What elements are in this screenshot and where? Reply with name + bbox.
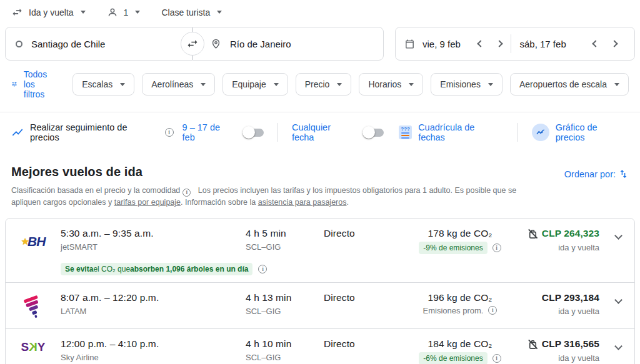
filter-pill-connecting-airports[interactable]: Aeropuertos de escala bbox=[510, 73, 629, 96]
expand-cell bbox=[602, 228, 634, 254]
price-tracking-toggle[interactable] bbox=[244, 129, 264, 137]
price-tracking-label: Realizar seguimiento de precios bbox=[30, 122, 159, 142]
stops-cell: Directo bbox=[324, 292, 394, 320]
flight-stops: Directo bbox=[324, 228, 394, 239]
depart-next-day-button[interactable] bbox=[496, 40, 502, 47]
destination-input[interactable]: Río de Janeiro bbox=[192, 27, 384, 61]
flight-route: SCL–GIG bbox=[246, 353, 324, 362]
caret-down-icon bbox=[337, 83, 342, 86]
filter-pill-stops[interactable]: Escalas bbox=[72, 73, 134, 96]
airline-logo: SKY bbox=[6, 338, 61, 364]
caret-down-icon bbox=[614, 83, 619, 86]
person-icon bbox=[107, 7, 118, 18]
latam-logo-icon bbox=[22, 294, 44, 320]
fare-note: ida y vuelta bbox=[558, 353, 599, 363]
origin-value: Santiago de Chile bbox=[31, 39, 105, 49]
depart-prev-day-button[interactable] bbox=[477, 40, 484, 47]
tracking-date-range: 9 – 17 de feb bbox=[182, 122, 235, 142]
origin-input[interactable]: Santiago de Chile bbox=[5, 27, 192, 61]
depart-date-value: vie, 9 feb bbox=[422, 39, 461, 49]
baggage-fees-link[interactable]: tarifas por equipaje bbox=[114, 198, 181, 207]
price-graph-button[interactable]: Gráfico de precios bbox=[532, 122, 629, 142]
vertical-divider bbox=[278, 123, 278, 142]
depart-date-section[interactable]: vie, 9 feb bbox=[404, 39, 511, 49]
flight-duration: 4 h 13 min bbox=[246, 292, 324, 303]
airline-name: Sky Airline bbox=[61, 353, 246, 362]
info-icon[interactable]: i bbox=[492, 354, 501, 363]
no-baggage-icon bbox=[527, 338, 539, 350]
all-filters-label: Todos los filtros bbox=[24, 69, 56, 99]
trip-type-label: Ida y vuelta bbox=[29, 7, 74, 17]
caret-down-icon bbox=[120, 83, 125, 86]
info-icon[interactable]: i bbox=[488, 306, 497, 315]
filter-pill-times[interactable]: Horarios bbox=[359, 73, 423, 96]
info-icon[interactable]: i bbox=[492, 243, 501, 252]
info-icon[interactable]: i bbox=[165, 128, 174, 137]
price-tracking-group: Realizar seguimiento de precios i 9 – 17… bbox=[11, 122, 264, 142]
search-row: Santiago de Chile Río de Janeiro vie, 9 … bbox=[0, 22, 640, 61]
results-header: Mejores vuelos de ida Clasificación basa… bbox=[0, 152, 640, 217]
stops-cell: Directo bbox=[324, 338, 394, 364]
flight-times: 12:00 p.m. – 4:10 p.m. bbox=[61, 338, 246, 350]
chevron-down-icon[interactable] bbox=[614, 232, 622, 240]
passenger-count: 1 bbox=[124, 7, 129, 17]
co2-value: 196 kg de CO₂ bbox=[428, 292, 492, 303]
flight-price: CLP 293,184 bbox=[542, 292, 599, 303]
emissions-note: Emisiones prom. bbox=[423, 306, 484, 315]
chevron-down-icon[interactable] bbox=[614, 342, 622, 350]
passengers-dropdown[interactable]: 1 bbox=[107, 7, 141, 18]
airline-name: jetSMART bbox=[61, 242, 246, 252]
any-date-toggle[interactable] bbox=[364, 129, 384, 137]
emissions-badge: -9% de emisiones bbox=[419, 242, 487, 254]
filter-pill-airlines[interactable]: Aerolíneas bbox=[142, 73, 215, 96]
sort-by-button[interactable]: Ordenar por: bbox=[564, 169, 629, 179]
filter-pill-emissions[interactable]: Emisiones bbox=[431, 73, 502, 96]
filter-pill-baggage[interactable]: Equipaje bbox=[222, 73, 288, 96]
all-filters-button[interactable]: Todos los filtros bbox=[11, 69, 56, 99]
date-range-field: vie, 9 feb sáb, 17 feb bbox=[395, 27, 635, 61]
emissions-cell: 178 kg de CO₂ -9% de emisiones i bbox=[394, 228, 526, 254]
filter-pill-price[interactable]: Precio bbox=[296, 73, 352, 96]
cabin-class-label: Clase turista bbox=[161, 7, 210, 17]
co2-value: 184 kg de CO₂ bbox=[428, 338, 492, 350]
origin-circle-icon bbox=[16, 41, 22, 47]
eco-savings-badge: Se evita el CO₂ que absorben 1,096 árbol… bbox=[61, 263, 252, 275]
trip-type-dropdown[interactable]: Ida y vuelta bbox=[11, 6, 86, 18]
sort-arrows-icon bbox=[618, 169, 629, 179]
flight-route: SCL–GIG bbox=[246, 307, 324, 316]
filter-row: Todos los filtros Escalas Aerolíneas Equ… bbox=[0, 61, 640, 99]
passenger-assistance-link[interactable]: asistencia para pasajeros bbox=[258, 198, 347, 207]
tune-icon bbox=[11, 79, 18, 90]
return-date-section[interactable]: sáb, 17 feb bbox=[511, 39, 626, 49]
any-date-group: Cualquier fecha bbox=[292, 122, 384, 142]
cabin-class-dropdown[interactable]: Clase turista bbox=[161, 7, 222, 17]
flight-times: 8:07 a.m. – 12:20 p.m. bbox=[61, 292, 246, 303]
flight-row-latam[interactable]: 8:07 a.m. – 12:20 p.m. LATAM 4 h 13 min … bbox=[6, 282, 634, 328]
price-cell: CLP 293,184 ida y vuelta bbox=[526, 292, 602, 320]
caret-down-icon bbox=[201, 83, 206, 86]
emissions-cell: 196 kg de CO₂ Emisiones prom. i bbox=[394, 292, 526, 320]
price-graph-label: Gráfico de precios bbox=[556, 122, 629, 142]
trend-chart-icon bbox=[11, 126, 24, 139]
any-date-label: Cualquier fecha bbox=[292, 122, 355, 142]
flight-row-sky[interactable]: SKY 12:00 p.m. – 4:10 p.m. Sky Airline 4… bbox=[6, 328, 634, 364]
expand-cell bbox=[602, 338, 634, 364]
date-grid-button[interactable]: ??? Cuadrícula de fechas bbox=[399, 122, 504, 142]
sort-by-label: Ordenar por: bbox=[564, 169, 616, 179]
date-grid-icon: ??? bbox=[399, 125, 412, 139]
info-icon[interactable]: i bbox=[258, 265, 267, 273]
return-next-day-button[interactable] bbox=[611, 40, 618, 47]
flight-row-jetsmart[interactable]: ★ BH 5:30 a.m. – 9:35 a.m. jetSMART 4 h … bbox=[6, 219, 634, 282]
chevron-down-icon[interactable] bbox=[614, 296, 622, 304]
vertical-divider bbox=[518, 123, 518, 142]
return-prev-day-button[interactable] bbox=[592, 40, 599, 47]
info-icon[interactable]: i bbox=[182, 189, 191, 197]
co2-value: 178 kg de CO₂ bbox=[428, 228, 492, 239]
swap-locations-button[interactable] bbox=[181, 32, 204, 56]
flight-times: 5:30 a.m. – 9:35 a.m. bbox=[61, 228, 246, 239]
calendar-icon bbox=[404, 39, 415, 49]
destination-value: Río de Janeiro bbox=[230, 39, 291, 49]
caret-down-icon bbox=[274, 83, 279, 86]
airline-logo: ★ BH bbox=[6, 228, 61, 254]
flight-price: CLP 316,565 bbox=[542, 338, 599, 350]
